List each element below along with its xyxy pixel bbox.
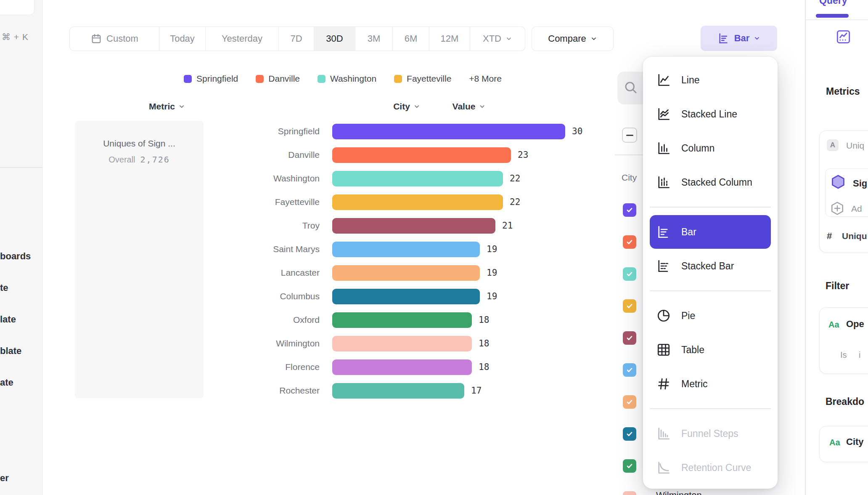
bar-value: 18: [479, 315, 489, 325]
bar-row-label: Troy: [71, 221, 332, 231]
bar-value: 23: [518, 150, 528, 160]
sidebar-item[interactable]: boards: [0, 251, 31, 262]
chevron-down-icon: [754, 35, 760, 42]
bar-row-label: Columbus: [71, 291, 332, 301]
bar[interactable]: [332, 289, 480, 304]
chart-preview-icon[interactable]: [836, 29, 851, 45]
city-checkbox-saint-marys[interactable]: [623, 363, 636, 377]
funnel-chart-icon: [656, 426, 671, 441]
bar-value: 19: [487, 291, 497, 301]
city-checkbox-washington[interactable]: [623, 267, 636, 281]
city-checkbox-oxford[interactable]: [623, 459, 636, 473]
sidebar-item[interactable]: ate: [0, 377, 13, 388]
city-checkbox-columbus[interactable]: [623, 427, 636, 441]
chart-legend: SpringfieldDanvilleWashingtonFayettevill…: [71, 72, 614, 86]
city-checkbox-springfield[interactable]: [623, 203, 636, 217]
tab-query[interactable]: Query: [819, 0, 847, 6]
table-icon: [656, 342, 671, 357]
bar-row-label: Washington: [71, 173, 332, 184]
metric-column-header[interactable]: Metric: [149, 101, 185, 112]
menu-item-bar[interactable]: Bar: [650, 215, 771, 249]
legend-more[interactable]: +8 More: [469, 74, 502, 84]
bar[interactable]: [332, 383, 464, 399]
bar[interactable]: [332, 242, 480, 257]
chart-type-menu: LineStacked LineColumnStacked ColumnBarS…: [643, 57, 778, 489]
range-button-3m[interactable]: 3M: [355, 27, 393, 51]
sidebar-search-card[interactable]: [0, 0, 34, 15]
bar[interactable]: [332, 265, 480, 281]
bar-value: 18: [479, 362, 489, 372]
city-checkbox-wilmington[interactable]: [623, 491, 636, 495]
analytics-chart-screen: ⌘ + K boardstelateblateateer CustomToday…: [0, 0, 868, 495]
range-button-12m[interactable]: 12M: [429, 27, 470, 51]
add-event-icon[interactable]: [830, 201, 845, 216]
menu-item-funnel-steps: Funnel Steps: [650, 417, 771, 450]
legend-swatch: [256, 75, 264, 83]
bar[interactable]: [332, 336, 472, 351]
check-icon: [626, 238, 633, 246]
add-event-label[interactable]: Ad: [851, 204, 862, 214]
chart-type-button[interactable]: Bar: [701, 26, 777, 51]
bar[interactable]: [332, 171, 503, 186]
line-chart-icon: [656, 72, 671, 88]
bar[interactable]: [332, 124, 565, 139]
sidebar-item[interactable]: late: [0, 314, 16, 325]
filter-card[interactable]: [819, 307, 868, 374]
city-checkbox-lancaster[interactable]: [623, 395, 636, 409]
breakdown-heading: Breakdo: [826, 396, 864, 407]
bar-row-label: Rochester: [71, 386, 332, 396]
sidebar-item[interactable]: er: [0, 473, 9, 484]
legend-item[interactable]: Springfield: [184, 74, 238, 84]
filter-value[interactable]: i: [859, 350, 860, 360]
range-button-today[interactable]: Today: [159, 27, 206, 51]
select-all-checkbox[interactable]: [622, 128, 637, 143]
divider: [806, 19, 868, 20]
bar[interactable]: [332, 218, 495, 234]
range-button-30d[interactable]: 30D: [314, 27, 355, 51]
bar-row-label: Saint Marys: [71, 244, 332, 254]
bar[interactable]: [332, 147, 511, 163]
city-checkbox-danville[interactable]: [623, 235, 636, 249]
menu-item-stacked-line[interactable]: Stacked Line: [650, 97, 771, 131]
bar-row: Columbus19: [71, 285, 614, 308]
menu-item-line[interactable]: Line: [650, 63, 771, 97]
formula-hash: #: [827, 231, 832, 242]
range-button-6m[interactable]: 6M: [393, 27, 429, 51]
retention-curve-icon: [656, 460, 671, 475]
chevron-down-icon: [590, 35, 597, 42]
compare-button[interactable]: Compare: [532, 27, 614, 51]
sidebar-item[interactable]: blate: [0, 346, 21, 357]
event-hexagon-icon: [830, 174, 846, 190]
range-button-custom[interactable]: Custom: [70, 27, 159, 51]
menu-item-pie[interactable]: Pie: [650, 299, 771, 333]
check-icon: [626, 430, 633, 438]
menu-item-column[interactable]: Column: [650, 131, 771, 165]
menu-item-table[interactable]: Table: [650, 333, 771, 367]
legend-item[interactable]: Washington: [318, 74, 376, 84]
command-k-shortcut: ⌘ + K: [2, 32, 29, 42]
value-column-header[interactable]: Value: [453, 101, 486, 112]
bar[interactable]: [332, 194, 503, 210]
legend-item[interactable]: Danville: [256, 74, 300, 84]
bar[interactable]: [332, 359, 472, 375]
bar-chart-icon: [656, 224, 671, 240]
bar-row: Florence18: [71, 355, 614, 379]
range-button-yesterday[interactable]: Yesterday: [206, 27, 279, 51]
menu-item-stacked-bar[interactable]: Stacked Bar: [650, 249, 771, 283]
menu-item-metric[interactable]: Metric: [650, 367, 771, 401]
city-checkbox-fayetteville[interactable]: [623, 299, 636, 313]
range-button-7d[interactable]: 7D: [279, 27, 314, 51]
metric-letter-badge: A: [827, 139, 839, 151]
event-name: Sig: [853, 178, 867, 189]
range-button-xtd[interactable]: XTD: [470, 27, 525, 51]
check-icon: [626, 206, 633, 214]
filter-operator[interactable]: Is: [840, 350, 847, 360]
menu-item-stacked-column[interactable]: Stacked Column: [650, 165, 771, 199]
metric-name: Uniq: [846, 141, 864, 151]
bar[interactable]: [332, 312, 472, 328]
legend-swatch: [184, 75, 192, 83]
sidebar-item[interactable]: te: [0, 282, 8, 293]
city-column-header[interactable]: City: [393, 101, 420, 112]
city-checkbox-troy[interactable]: [623, 331, 636, 345]
legend-item[interactable]: Fayetteville: [394, 74, 451, 84]
